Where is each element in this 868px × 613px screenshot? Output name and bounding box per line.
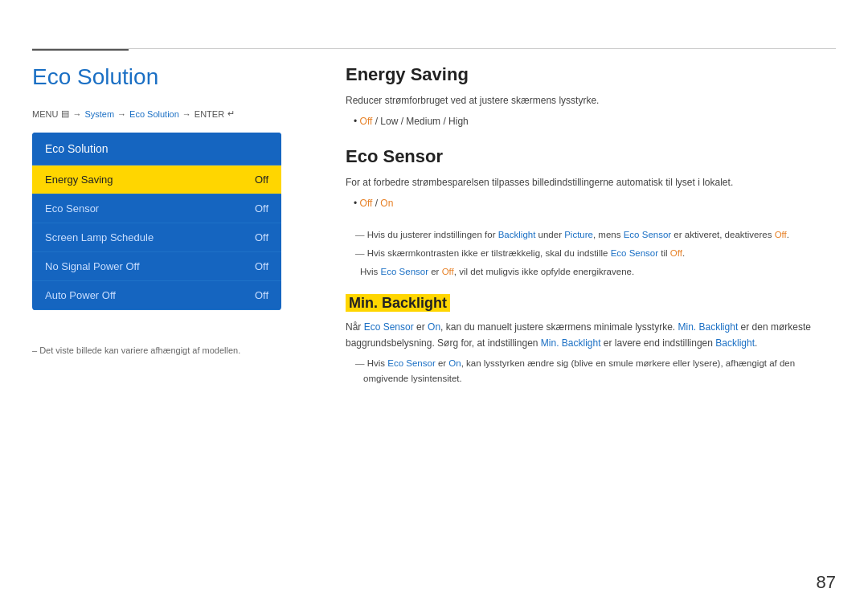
eco-sensor-desc: For at forbedre strømbesparelsen tilpass… [346,175,836,190]
on-label: On [380,198,393,209]
breadcrumb-eco-solution: Eco Solution [129,109,179,119]
section-title-energy-saving: Energy Saving [346,64,836,85]
page-title: Eco Solution [32,64,158,90]
breadcrumb-arrow1: → [72,109,81,119]
menu-item-no-signal[interactable]: No Signal Power Off Off [32,252,281,281]
top-line [32,48,836,49]
eco-sensor-note2: Hvis skærmkontrasten ikke er tilstrækkel… [355,246,836,261]
breadcrumb-arrow2: → [117,109,126,119]
breadcrumb: MENU ▤ → System → Eco Solution → ENTER ↵ [32,108,235,119]
page-number: 87 [817,572,836,593]
menu-panel: Eco Solution Energy Saving Off Eco Senso… [32,133,281,310]
min-backlight-note: Hvis Eco Sensor er On, kan lysstyrken æn… [355,356,836,386]
breadcrumb-menu-icon: ▤ [61,108,69,119]
section-min-backlight: Min. Backlight Når Eco Sensor er On, kan… [346,295,836,386]
off-label: Off [360,116,373,127]
section-title-min-backlight: Min. Backlight [346,294,450,312]
menu-item-label: Energy Saving [45,174,113,186]
breadcrumb-menu: MENU [32,109,58,119]
menu-item-label: Screen Lamp Schedule [45,231,154,243]
breadcrumb-enter: ENTER [194,109,224,119]
min-backlight-desc: Når Eco Sensor er On, kan du manuelt jus… [346,320,836,350]
breadcrumb-enter-icon: ↵ [227,108,235,119]
eco-sensor-subnote: Hvis Eco Sensor er Off, vil det muligvis… [360,264,836,279]
bullet-item: Off / On [354,195,836,211]
off-label: Off [360,198,373,209]
energy-saving-bullets: Off / Low / Medium / High [354,113,836,129]
bullet-item: Off / Low / Medium / High [354,113,836,129]
menu-item-value: Off [255,231,268,243]
menu-item-value: Off [255,202,268,215]
menu-item-label: Eco Sensor [45,202,99,215]
content-area: Energy Saving Reducer strømforbruget ved… [346,64,836,390]
separator: / Low / Medium / High [375,116,469,127]
menu-item-value: Off [255,289,268,301]
eco-sensor-note1: Hvis du justerer indstillingen for Backl… [355,227,836,243]
menu-item-label: No Signal Power Off [45,260,140,272]
footnote: – Det viste billede kan variere afhængig… [32,345,240,355]
menu-item-value: Off [255,174,268,186]
energy-saving-desc: Reducer strømforbruget ved at justere sk… [346,93,836,108]
menu-item-label: Auto Power Off [45,289,116,301]
eco-sensor-bullets: Off / On [354,195,836,211]
menu-item-screen-lamp[interactable]: Screen Lamp Schedule Off [32,223,281,252]
section-title-eco-sensor: Eco Sensor [346,146,836,167]
menu-item-value: Off [255,260,268,272]
menu-item-eco-sensor[interactable]: Eco Sensor Off [32,194,281,223]
section-energy-saving: Energy Saving Reducer strømforbruget ved… [346,64,836,130]
menu-panel-header: Eco Solution [32,133,281,166]
breadcrumb-arrow3: → [182,109,191,119]
breadcrumb-system: System [84,109,114,119]
menu-item-energy-saving[interactable]: Energy Saving Off [32,166,281,194]
menu-item-auto-power[interactable]: Auto Power Off Off [32,281,281,310]
section-eco-sensor: Eco Sensor For at forbedre strømbesparel… [346,146,836,280]
